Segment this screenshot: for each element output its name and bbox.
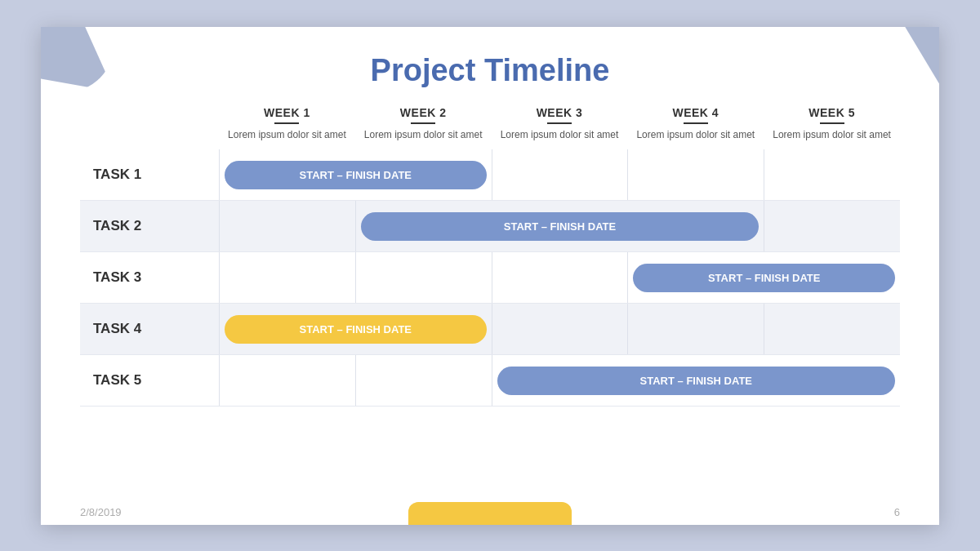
- task-5-bar: START – FINISH DATE: [497, 367, 895, 395]
- timeline-area: WEEK 1 Lorem ipsum dolor sit amet WEEK 2…: [41, 103, 939, 407]
- week-3-header: WEEK 3 Lorem ipsum dolor sit amet: [492, 103, 628, 150]
- task-4-bar: START – FINISH DATE: [225, 315, 487, 344]
- slide: Project Timeline WEEK 1 Lorem ipsum dolo…: [41, 27, 939, 525]
- task-4-label: TASK 4: [80, 321, 219, 337]
- task-5-row: TASK 5 START – FINISH DATE: [80, 355, 900, 407]
- week-3-divider: [547, 122, 572, 124]
- task-2-label: TASK 2: [80, 218, 219, 234]
- week-2-header: WEEK 2 Lorem ipsum dolor sit amet: [355, 103, 492, 150]
- task-1-bar: START – FINISH DATE: [225, 161, 487, 189]
- week-1-divider: [274, 122, 299, 124]
- task-2-bar: START – FINISH DATE: [361, 212, 759, 241]
- task-4-row: TASK 4 START – FINISH DATE: [80, 304, 900, 355]
- week-4-header: WEEK 4 Lorem ipsum dolor sit amet: [627, 103, 764, 150]
- slide-title: Project Timeline: [41, 27, 939, 103]
- week-2-divider: [411, 122, 435, 124]
- task-1-row: TASK 1 START – FINISH DATE: [80, 149, 900, 201]
- task-2-row: TASK 2 START – FINISH DATE: [80, 201, 900, 252]
- task-1-label: TASK 1: [80, 167, 219, 183]
- week-5-header: WEEK 5 Lorem ipsum dolor sit amet: [764, 103, 900, 150]
- footer: 2/8/2019 6: [41, 506, 939, 518]
- task-5-label: TASK 5: [80, 372, 219, 389]
- task-3-label: TASK 3: [80, 269, 219, 286]
- week-1-header: WEEK 1 Lorem ipsum dolor sit amet: [219, 103, 355, 150]
- week-5-divider: [820, 122, 844, 124]
- week-headers: WEEK 1 Lorem ipsum dolor sit amet WEEK 2…: [80, 103, 900, 150]
- task-3-row: TASK 3 START – FINISH DATE: [80, 252, 900, 304]
- task-3-bar: START – FINISH DATE: [633, 264, 895, 292]
- week-4-divider: [684, 122, 708, 124]
- footer-date: 2/8/2019: [80, 506, 122, 518]
- footer-page: 6: [894, 506, 900, 518]
